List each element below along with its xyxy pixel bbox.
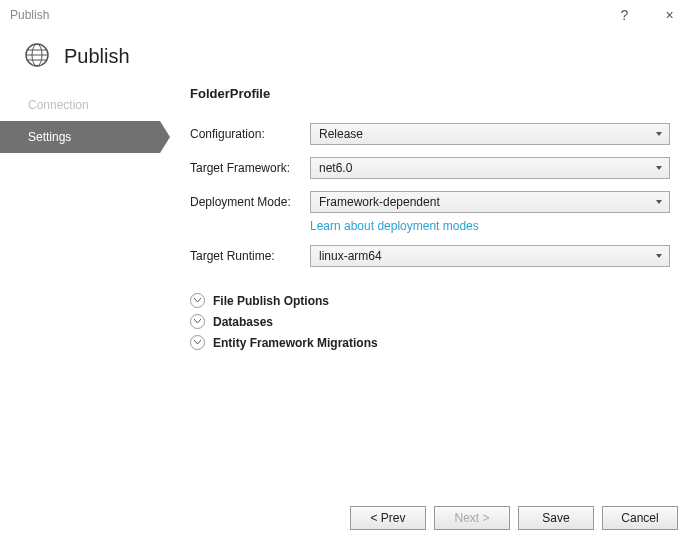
select-deployment-mode[interactable]: Framework-dependent — [310, 191, 670, 213]
save-button[interactable]: Save — [518, 506, 594, 530]
main-panel: FolderProfile Configuration: Release Tar… — [160, 89, 692, 356]
expander-label: Databases — [213, 315, 273, 329]
sidebar-item-label: Settings — [28, 130, 71, 144]
label-target-framework: Target Framework: — [190, 161, 310, 175]
footer: < Prev Next > Save Cancel — [350, 506, 678, 530]
expander-label: File Publish Options — [213, 294, 329, 308]
close-button[interactable]: × — [647, 0, 692, 30]
profile-title: FolderProfile — [190, 86, 670, 101]
expander-file-publish-options[interactable]: File Publish Options — [190, 293, 670, 308]
label-deployment-mode: Deployment Mode: — [190, 195, 310, 209]
help-button[interactable]: ? — [602, 0, 647, 30]
cancel-button[interactable]: Cancel — [602, 506, 678, 530]
sidebar: Connection Settings — [0, 89, 160, 356]
window-title: Publish — [10, 8, 49, 22]
chevron-down-icon — [190, 293, 205, 308]
next-button[interactable]: Next > — [434, 506, 510, 530]
select-configuration[interactable]: Release — [310, 123, 670, 145]
select-target-framework[interactable]: net6.0 — [310, 157, 670, 179]
expander-databases[interactable]: Databases — [190, 314, 670, 329]
sidebar-item-settings[interactable]: Settings — [0, 121, 160, 153]
prev-button[interactable]: < Prev — [350, 506, 426, 530]
expander-label: Entity Framework Migrations — [213, 336, 378, 350]
label-configuration: Configuration: — [190, 127, 310, 141]
chevron-down-icon — [190, 314, 205, 329]
sidebar-item-connection[interactable]: Connection — [0, 89, 160, 121]
link-learn-deployment-modes[interactable]: Learn about deployment modes — [310, 219, 670, 233]
chevron-down-icon — [190, 335, 205, 350]
page-title: Publish — [64, 45, 130, 68]
sidebar-item-label: Connection — [28, 98, 89, 112]
header: Publish — [0, 30, 692, 89]
expander-ef-migrations[interactable]: Entity Framework Migrations — [190, 335, 670, 350]
titlebar: Publish ? × — [0, 0, 692, 30]
select-target-runtime[interactable]: linux-arm64 — [310, 245, 670, 267]
globe-icon — [24, 42, 50, 71]
label-target-runtime: Target Runtime: — [190, 249, 310, 263]
